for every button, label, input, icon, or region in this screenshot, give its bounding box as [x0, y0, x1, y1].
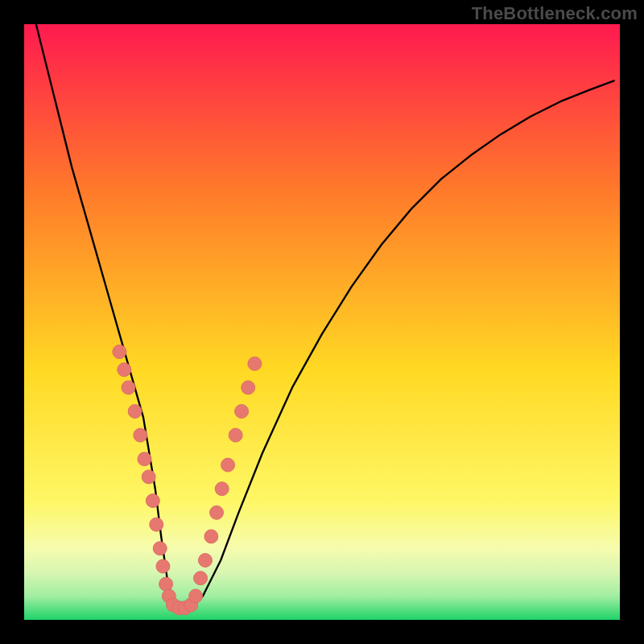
bottleneck-curve [24, 24, 620, 620]
data-marker [138, 452, 151, 466]
data-marker [142, 470, 155, 484]
data-marker [156, 559, 170, 573]
data-marker [122, 381, 135, 394]
data-marker [118, 363, 131, 377]
data-marker [128, 404, 142, 418]
data-marker [159, 577, 173, 591]
data-marker [235, 404, 249, 418]
watermark-text: TheBottleneck.com [472, 3, 638, 24]
data-marker [189, 589, 203, 603]
data-marker [146, 493, 159, 507]
data-marker [221, 458, 235, 472]
data-marker [194, 572, 208, 585]
data-marker [229, 428, 242, 442]
data-marker [248, 357, 262, 370]
data-marker [150, 518, 163, 531]
data-marker [134, 428, 147, 442]
data-marker [210, 506, 224, 519]
plot-area [24, 24, 620, 620]
data-marker [215, 482, 229, 496]
chart-frame: TheBottleneck.com [0, 0, 644, 644]
data-marker [242, 381, 255, 394]
data-marker [113, 345, 126, 358]
data-marker [198, 553, 212, 567]
data-marker [204, 530, 218, 543]
data-marker [153, 542, 167, 555]
